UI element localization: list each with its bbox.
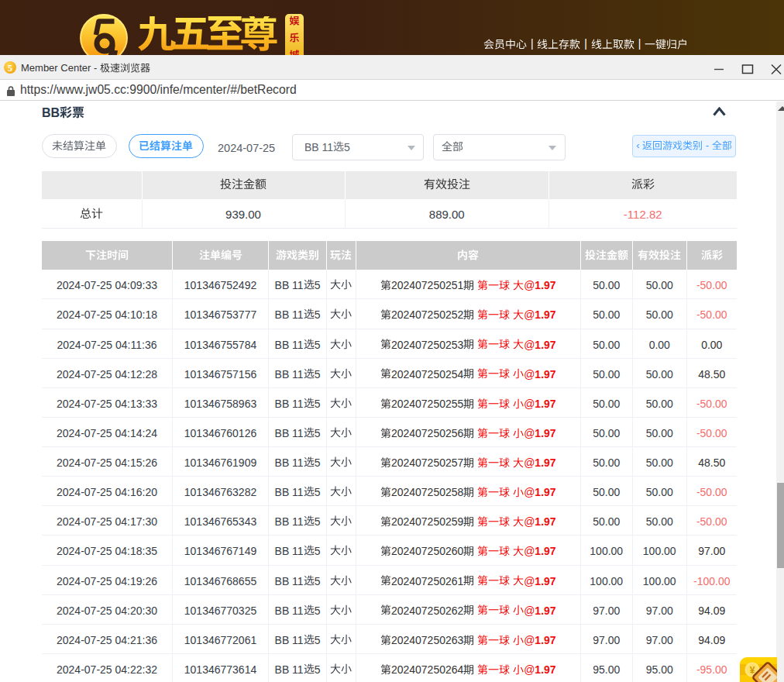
svg-text:5: 5 [8,63,12,74]
